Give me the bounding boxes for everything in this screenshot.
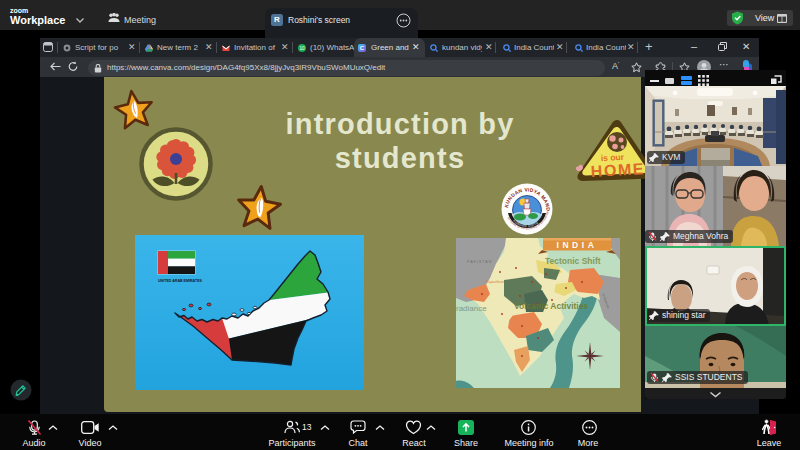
svg-text:HOME: HOME [590, 160, 645, 180]
svg-text:radiance: radiance [456, 304, 487, 313]
svg-text:Tectonic Shift: Tectonic Shift [545, 256, 601, 266]
svg-text:10: 10 [299, 45, 305, 50]
svg-text:C: C [360, 45, 365, 51]
svg-text:PAKISTAN: PAKISTAN [467, 260, 492, 264]
svg-text:UNITED ARAB EMIRATES: UNITED ARAB EMIRATES [158, 279, 203, 283]
svg-text:Volcanic Activities: Volcanic Activities [514, 301, 588, 311]
svg-text:INDIA: INDIA [556, 240, 597, 250]
svg-text:Rajasthan: Rajasthan [486, 279, 504, 284]
